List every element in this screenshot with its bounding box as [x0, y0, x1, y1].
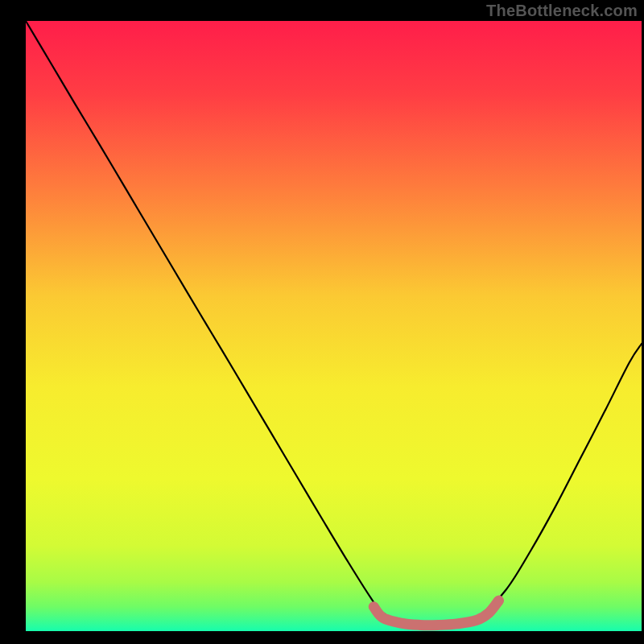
bottleneck-chart [0, 0, 644, 644]
